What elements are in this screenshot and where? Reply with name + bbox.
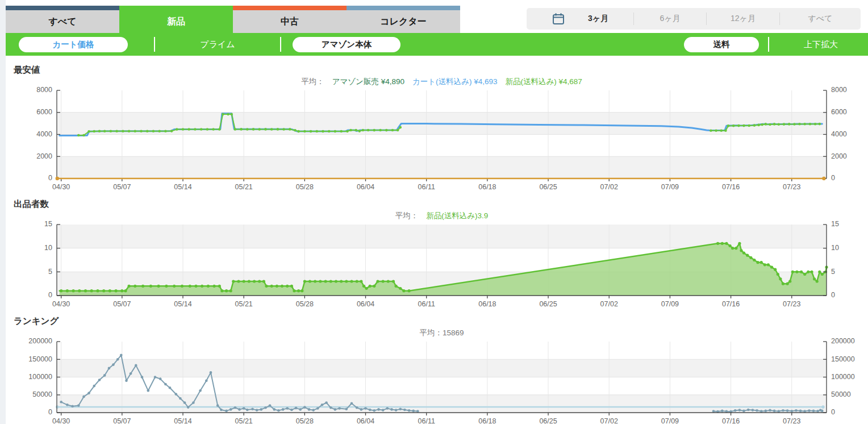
svg-text:06/18: 06/18 [478,300,496,308]
svg-text:5: 5 [831,268,835,276]
svg-text:4000: 4000 [36,130,52,138]
svg-text:07/02: 07/02 [600,417,618,424]
svg-text:07/23: 07/23 [783,300,800,308]
svg-text:06/11: 06/11 [418,417,435,424]
tab-all[interactable]: すべて [6,6,119,33]
svg-text:05/21: 05/21 [235,300,253,308]
svg-text:05/28: 05/28 [296,417,314,424]
range-all-button[interactable]: すべて [780,8,861,30]
tab-new-strip [119,6,233,10]
svg-text:6000: 6000 [36,108,52,116]
svg-text:05/07: 05/07 [113,183,131,191]
svg-text:05/07: 05/07 [113,417,131,424]
tab-used-label: 中古 [233,10,347,33]
svg-text:05/21: 05/21 [235,183,253,191]
svg-text:06/04: 06/04 [357,300,374,308]
svg-text:04/30: 04/30 [52,183,70,191]
range-6m-label: 6ヶ月 [660,14,680,24]
svg-text:150000: 150000 [831,355,855,363]
range-12m-label: 12ヶ月 [731,14,756,24]
svg-text:2000: 2000 [831,152,847,160]
svg-text:50000: 50000 [831,390,851,398]
svg-text:15: 15 [831,221,839,228]
calendar-icon [552,12,565,26]
svg-text:50000: 50000 [32,390,52,398]
svg-text:07/09: 07/09 [661,417,679,424]
svg-text:07/16: 07/16 [722,417,740,424]
tab-used[interactable]: 中古 [233,6,347,33]
tab-collector-label: コレクター [347,10,460,33]
average-label-part: 新品(送料込み)3.9 [426,211,488,220]
shipping-toggle[interactable]: 送料 [684,37,759,52]
amazon-body-toggle[interactable]: アマゾン本体 [293,37,400,52]
svg-text:0: 0 [831,291,835,299]
prime-toggle[interactable]: プライム [164,39,272,50]
svg-text:07/02: 07/02 [600,300,618,308]
range-6m-button[interactable]: 6ヶ月 [634,8,706,30]
tab-all-label: すべて [6,10,119,33]
svg-text:5: 5 [48,268,52,276]
average-label-part: 平均： [395,211,419,220]
svg-text:05/07: 05/07 [113,300,131,308]
cart-price-toggle[interactable]: カート価格 [19,37,128,52]
svg-text:100000: 100000 [831,373,855,381]
svg-text:05/21: 05/21 [235,417,253,424]
svg-text:06/25: 06/25 [539,300,557,308]
svg-text:4000: 4000 [831,130,847,138]
svg-text:06/04: 06/04 [357,417,374,424]
svg-text:07/09: 07/09 [661,183,679,191]
filter-divider [154,37,155,52]
svg-text:06/25: 06/25 [539,183,557,191]
svg-text:05/14: 05/14 [174,417,191,424]
svg-text:06/18: 06/18 [478,417,496,424]
average-label-part: 新品(送料込み) ¥4,687 [505,77,582,86]
sellers-chart: 出品者数 平均：新品(送料込み)3.9 00551010151504/3005/… [6,198,868,309]
range-selector: 3ヶ月 6ヶ月 12ヶ月 すべて [527,8,861,30]
svg-text:04/30: 04/30 [52,300,70,308]
svg-text:10: 10 [44,244,52,252]
tab-used-strip [233,6,347,10]
tab-collector[interactable]: コレクター [347,6,460,33]
average-label-part: カート(送料込み) ¥4,693 [412,77,497,86]
tab-all-strip [6,6,119,10]
svg-text:05/14: 05/14 [174,300,191,308]
ranking-chart: ランキング 平均：15869 0050000500001000001000001… [6,315,868,424]
average-label-part: 平均： [301,77,324,86]
ranking-chart-average: 平均：15869 [57,327,827,338]
page-left-margin [0,0,6,424]
svg-text:07/02: 07/02 [600,183,618,191]
price-chart-average: 平均：アマゾン販売 ¥4,890カート(送料込み) ¥4,693新品(送料込み)… [57,76,827,87]
svg-text:06/11: 06/11 [418,183,435,191]
top-bar: すべて 新品 中古 コレクター [6,0,868,33]
svg-text:2000: 2000 [36,152,52,160]
expand-toggle[interactable]: 上下拡大 [778,39,863,50]
svg-text:10: 10 [831,244,839,252]
svg-text:200000: 200000 [28,338,52,345]
svg-text:0: 0 [48,408,52,416]
svg-text:05/28: 05/28 [296,300,314,308]
filter-divider [280,37,281,52]
filter-divider [768,37,769,52]
average-label-part: 平均：15869 [419,329,464,337]
tab-new-label: 新品 [119,10,233,33]
range-3m-button[interactable]: 3ヶ月 [527,8,633,30]
price-chart-title: 最安値 [6,64,868,76]
sales-ranking-plot: 0050000500001000001000001500001500002000… [6,338,868,424]
svg-text:0: 0 [831,408,835,416]
ranking-chart-title: ランキング [6,315,868,327]
svg-text:06/11: 06/11 [418,300,435,308]
sellers-chart-title: 出品者数 [6,198,868,210]
tab-collector-strip [347,6,460,10]
svg-text:05/14: 05/14 [174,183,191,191]
svg-text:6000: 6000 [831,108,847,116]
condition-tabs: すべて 新品 中古 コレクター [6,6,460,33]
range-3m-label: 3ヶ月 [588,14,608,24]
svg-text:0: 0 [48,174,52,182]
svg-text:07/16: 07/16 [722,300,740,308]
price-tracker-page: すべて 新品 中古 コレクター [6,0,868,424]
tab-new[interactable]: 新品 [119,6,233,33]
svg-text:07/23: 07/23 [783,417,800,424]
svg-text:8000: 8000 [831,87,847,94]
range-12m-button[interactable]: 12ヶ月 [707,8,779,30]
svg-text:8000: 8000 [36,87,52,94]
